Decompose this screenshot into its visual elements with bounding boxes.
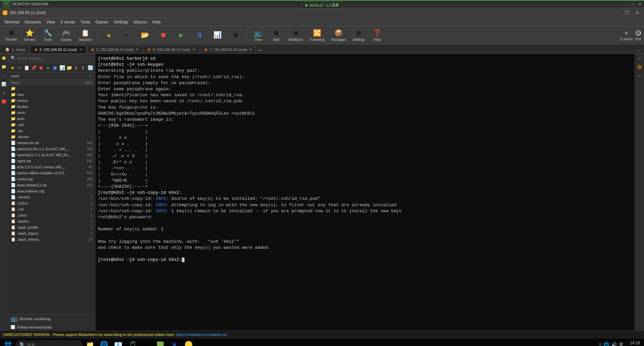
- toolbar-tunneling-btn[interactable]: 🔀 Tunneling: [307, 27, 327, 43]
- tab-6-close[interactable]: ✕: [192, 47, 196, 52]
- sidebar-folder-btn[interactable]: 📁: [66, 64, 72, 71]
- left-icon-5[interactable]: ⚙: [1, 90, 7, 96]
- list-item[interactable]: 📁 new: [8, 92, 95, 98]
- toolbar-packages-btn[interactable]: 📦 Packages: [329, 27, 349, 43]
- list-item[interactable]: 📄 base-debian11.tar 214: [8, 182, 95, 188]
- sidebar-paste-btn[interactable]: 📌: [31, 64, 37, 71]
- menu-macros[interactable]: Macros: [131, 19, 150, 25]
- sidebar-copy-btn[interactable]: 📋: [23, 64, 30, 71]
- list-item[interactable]: 📄 .viminfo 5: [8, 194, 95, 200]
- toolbar-sessions-btn[interactable]: 📋 Sessions: [76, 27, 95, 43]
- taskbar-email[interactable]: 📧: [111, 338, 125, 346]
- right-edit-icon[interactable]: ✏: [636, 72, 643, 79]
- list-item[interactable]: 📄 harbor-offline-installer-v2.5.0... 644: [8, 170, 95, 176]
- taskbar-terminal-active[interactable]: 🟩: [154, 338, 167, 346]
- list-item[interactable]: 📄 nginx.tar 142: [8, 158, 95, 164]
- menu-sessions[interactable]: Sessions: [22, 19, 44, 25]
- tab-3[interactable]: 🖥 3: 192.168.56.12 (root) ✕: [87, 45, 143, 53]
- toolbar-view-btn[interactable]: 📺 View: [250, 27, 267, 43]
- sidebar-download-btn[interactable]: ⬇: [73, 64, 79, 71]
- left-icon-2[interactable]: 📁: [1, 64, 7, 70]
- taskbar-search-input[interactable]: [27, 343, 77, 346]
- menu-terminal[interactable]: Terminal: [1, 19, 22, 25]
- terminal-output[interactable]: [root@k8s1 harbor]# cd [root@k8s1 ~]# ss…: [95, 54, 635, 331]
- list-item[interactable]: 📁 ..: [8, 85, 95, 92]
- tab-2-close[interactable]: ✕: [79, 47, 83, 52]
- vm-minimize-btn[interactable]: −: [626, 2, 628, 6]
- tab-edit-icon[interactable]: ✏: [637, 48, 640, 53]
- tray-ime-icon[interactable]: 英: [619, 342, 624, 346]
- right-power-icon[interactable]: ⏻: [636, 64, 643, 70]
- toolbar-multiexec-btn[interactable]: ⊠ MultiExec: [286, 27, 306, 43]
- sidebar-red-btn[interactable]: ⏺: [38, 64, 44, 71]
- tray-network-icon[interactable]: 🌐: [603, 342, 609, 346]
- app-restore-btn[interactable]: ❐: [623, 9, 631, 17]
- remote-monitoring[interactable]: 📺 Remote monitoring: [8, 314, 95, 324]
- list-item[interactable]: 📁 certs: [8, 110, 95, 116]
- toolbar-help-btn[interactable]: ❓ Help: [369, 27, 386, 43]
- new-tab-btn[interactable]: +: [257, 47, 264, 53]
- toolbar-servers-btn[interactable]: ⭐ Servers: [21, 27, 38, 43]
- tab-3-close[interactable]: ✕: [136, 47, 139, 52]
- follow-terminal-checkbox[interactable]: [11, 325, 15, 329]
- tab-home[interactable]: 🏠 1: Home: [1, 45, 30, 53]
- list-item[interactable]: 📁 .ssh: [8, 122, 95, 128]
- vm-maximize-btn[interactable]: □: [632, 2, 634, 6]
- toolbar-cut-btn[interactable]: ✂: [119, 30, 136, 41]
- sidebar-chart-btn[interactable]: 📊: [59, 64, 65, 71]
- left-icon-3[interactable]: ✂: [1, 72, 7, 78]
- list-item[interactable]: 📋 .tcshrc 1: [8, 200, 95, 206]
- list-item[interactable]: 📁 .pki: [8, 128, 95, 134]
- list-item[interactable]: 📄 kcfs-2.0.5-3.el7.centos.x86_... 45: [8, 164, 95, 170]
- mobatek-link[interactable]: https://mobaxterm.mobatek.net: [176, 333, 227, 337]
- toolbar-blue-btn[interactable]: ⏸: [191, 30, 208, 41]
- toolbar-games-btn[interactable]: 🎮 Games: [58, 27, 74, 43]
- toolbar-tools-btn[interactable]: 🔧 Tools: [40, 27, 56, 43]
- start-button[interactable]: [1, 338, 15, 346]
- list-item[interactable]: 📋 .bash_history 19: [8, 236, 95, 242]
- list-item[interactable]: 📁 harbor: [8, 98, 95, 104]
- tab-6[interactable]: 🖥 6: 192.168.56.13 (root) ✕: [143, 45, 199, 53]
- tab-7-close[interactable]: ✕: [249, 47, 252, 52]
- toolbar-green-btn[interactable]: ▶: [173, 30, 190, 41]
- left-icon-4[interactable]: 📊: [1, 81, 7, 87]
- toolbar-folder-btn[interactable]: 📂: [137, 30, 154, 41]
- system-clock[interactable]: 14:18 2023/3/5: [626, 341, 640, 346]
- left-icon-6[interactable]: 🔴: [1, 99, 7, 105]
- tray-speaker-icon[interactable]: 🔊: [611, 342, 617, 346]
- tab-7[interactable]: 🖥 7: 192.168.56.14 (root) ✕: [200, 45, 256, 53]
- taskbar-file-explorer[interactable]: 📁: [83, 338, 97, 346]
- list-item[interactable]: 📄 centos.tar 206: [8, 176, 95, 182]
- follow-terminal-folder[interactable]: Follow terminal folder: [8, 324, 95, 331]
- taskbar-music[interactable]: 🎵: [125, 338, 139, 346]
- list-item[interactable]: 📋 .bash_logout 1: [8, 230, 95, 236]
- menu-tools[interactable]: Tools: [78, 19, 93, 25]
- list-item[interactable]: 📄 openssl11-1.1.1k-4.el7.x86_64_... 692: [8, 152, 95, 158]
- menu-games[interactable]: Games: [93, 19, 111, 25]
- toolbar-settings-btn[interactable]: ⚙ Settings: [350, 27, 367, 43]
- list-item[interactable]: 📁 docker: [8, 104, 95, 110]
- sidebar-blue-btn[interactable]: ◼: [52, 64, 58, 71]
- vm-close-btn[interactable]: ✕: [638, 2, 641, 6]
- list-item[interactable]: 📁 .docker: [8, 134, 95, 140]
- toolbar-red-btn[interactable]: ⏺: [155, 30, 172, 41]
- sidebar-refresh-btn[interactable]: 🔄: [87, 64, 94, 71]
- toolbar-star-btn[interactable]: ★: [101, 30, 117, 41]
- app-minimize-btn[interactable]: −: [612, 9, 620, 17]
- taskbar-media[interactable]: ▶: [140, 338, 153, 346]
- sidebar-upload-btn[interactable]: ⬆: [80, 64, 87, 71]
- list-item[interactable]: 📋 .rnd 1: [8, 206, 95, 212]
- taskbar-word[interactable]: W: [168, 338, 181, 346]
- taskbar-app2[interactable]: 🟡: [182, 338, 195, 346]
- sidebar-star-btn[interactable]: ★: [9, 64, 16, 71]
- list-item[interactable]: 📁 auth: [8, 116, 95, 122]
- list-item[interactable]: 📋 .bash_profile 1: [8, 224, 95, 230]
- tab-2[interactable]: 🖥 2: 192.168.56.11 (root) ✕: [30, 45, 86, 53]
- tray-chevron-icon[interactable]: ^: [599, 342, 601, 346]
- toolbar-grid-btn[interactable]: ⊞: [227, 30, 244, 41]
- toolbar-chart-btn[interactable]: 📊: [209, 30, 226, 41]
- list-item[interactable]: 📄 openssl1-lbs-1.1.1k-4.el7.x86_... 148: [8, 146, 95, 152]
- menu-xserver[interactable]: X server: [58, 19, 78, 25]
- list-item[interactable]: 📋 .cshrc 1: [8, 212, 95, 218]
- toolbar-session-btn[interactable]: 🖥 Session: [3, 27, 20, 43]
